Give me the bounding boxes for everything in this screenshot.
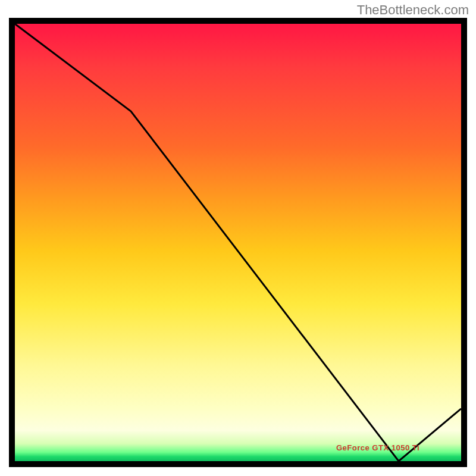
- line-series: [15, 24, 461, 461]
- plot-frame: GeForce GTX 1050 Ti: [9, 18, 467, 467]
- annotation-point-label: GeForce GTX 1050 Ti: [336, 443, 419, 452]
- attribution-text: TheBottleneck.com: [357, 2, 469, 18]
- chart-container: TheBottleneck.com GeForce GTX 1050 Ti: [0, 0, 476, 476]
- series-line: [15, 24, 461, 461]
